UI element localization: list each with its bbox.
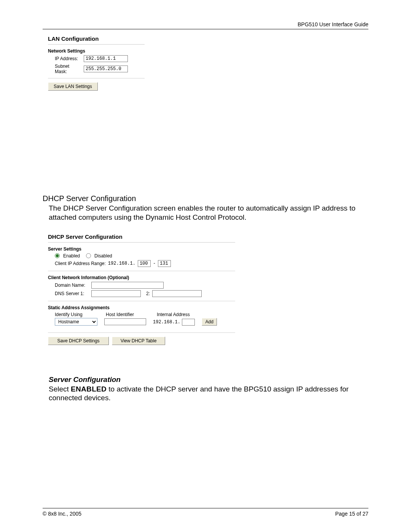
col-host-identifier: Host Identifier: [106, 312, 148, 317]
col-internal-address: Internal Address: [157, 312, 190, 317]
disabled-label: Disabled: [94, 253, 112, 259]
ip-address-row: IP Address:: [55, 55, 145, 62]
dns1-label: DNS Server 1:: [55, 291, 89, 296]
internal-addr-input[interactable]: [182, 319, 195, 326]
domain-name-input[interactable]: [91, 282, 164, 289]
dhcp-enable-row: Enabled Disabled: [55, 253, 235, 259]
dns2-label: 2:: [146, 291, 150, 296]
host-identifier-input[interactable]: [104, 318, 146, 325]
identify-using-select[interactable]: Hostname: [55, 318, 97, 326]
dns1-input[interactable]: [91, 290, 141, 297]
footer-page-number: Page 15 of 27: [335, 511, 368, 517]
lan-configuration-panel: LAN Configuration Network Settings IP Ad…: [48, 35, 145, 91]
divider: [48, 44, 145, 45]
range-from-input[interactable]: [138, 260, 151, 267]
dns2-input[interactable]: [152, 290, 202, 297]
disabled-radio[interactable]: [86, 253, 91, 258]
dhcp-configuration-panel: DHCP Server Configuration Server Setting…: [48, 233, 235, 345]
subnet-mask-row: Subnet Mask:: [55, 64, 145, 74]
domain-name-row: Domain Name:: [55, 282, 235, 289]
divider: [48, 271, 235, 271]
enabled-label: Enabled: [63, 253, 80, 259]
doc-header-title: BPG510 User Interface Guide: [43, 21, 368, 27]
save-dhcp-settings-button[interactable]: Save DHCP Settings: [48, 337, 109, 345]
ip-address-input[interactable]: [84, 55, 128, 62]
network-settings-heading: Network Settings: [48, 48, 145, 54]
range-dash: -: [153, 261, 156, 266]
view-dhcp-table-button[interactable]: View DHCP Table: [112, 337, 165, 345]
client-ip-range-label: Client IP Address Range:: [55, 261, 106, 266]
server-settings-heading: Server Settings: [48, 246, 235, 252]
range-prefix: 192.168.1.: [108, 261, 135, 266]
header-divider: [43, 29, 368, 29]
enabled-radio[interactable]: [55, 253, 60, 258]
client-network-info-heading: Client Network Information (Optional): [48, 275, 235, 280]
add-button[interactable]: Add: [202, 318, 217, 326]
page-footer: © 8x8 Inc., 2005 Page 15 of 27: [43, 508, 368, 517]
footer-copyright: © 8x8 Inc., 2005: [43, 511, 81, 517]
static-assignments-heading: Static Address Assignments: [48, 305, 235, 310]
footer-divider: [43, 508, 368, 508]
internal-addr-prefix: 192.168.1.: [153, 320, 180, 325]
divider: [48, 332, 235, 333]
dhcp-title: DHCP Server Configuration: [48, 233, 235, 240]
domain-name-label: Domain Name:: [55, 283, 89, 288]
subnet-mask-input[interactable]: [84, 66, 128, 72]
divider: [48, 78, 145, 78]
ip-address-label: IP Address:: [55, 56, 81, 61]
dns-server-row: DNS Server 1: 2:: [55, 290, 235, 297]
dhcp-intro-text: The DHCP Server Configuration screen ena…: [49, 204, 368, 222]
col-identify-using: Identify Using: [55, 312, 97, 317]
server-configuration-heading: Server Configuration: [49, 375, 368, 384]
range-to-input[interactable]: [158, 260, 171, 267]
divider: [48, 301, 235, 301]
dhcp-heading: DHCP Server Configuration: [43, 194, 368, 203]
lan-title: LAN Configuration: [48, 35, 145, 42]
client-ip-range-row: Client IP Address Range: 192.168.1. -: [55, 260, 235, 267]
server-configuration-text: Select ENABLED to activate the DHCP serv…: [49, 385, 368, 403]
subnet-mask-label: Subnet Mask:: [55, 64, 81, 74]
divider: [48, 242, 235, 243]
save-lan-settings-button[interactable]: Save LAN Settings: [48, 82, 98, 91]
